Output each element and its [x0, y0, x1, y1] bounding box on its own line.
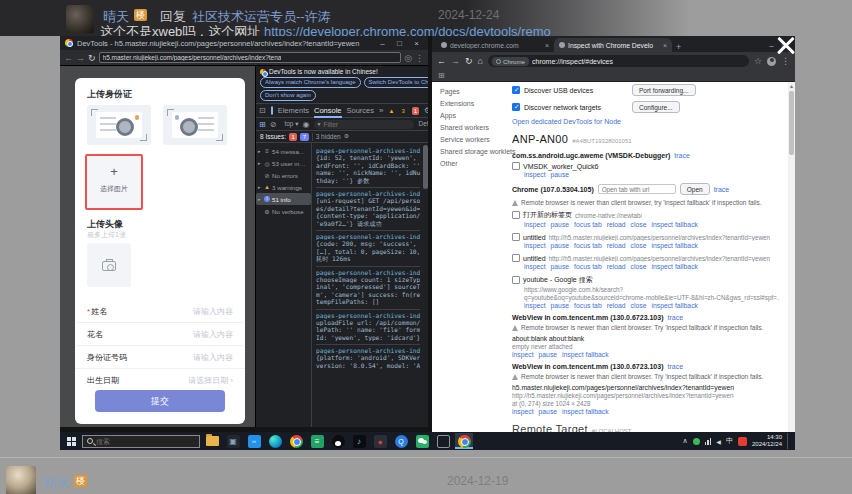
- reload-link[interactable]: reload: [607, 263, 626, 270]
- address-url[interactable]: h5.master.niujiekeji.com/pages/personnel…: [103, 54, 282, 61]
- lightbox-close-button[interactable]: [772, 32, 800, 60]
- pause-link[interactable]: pause: [551, 242, 570, 249]
- log-levels-dropdown[interactable]: Default levels ▾: [418, 120, 428, 128]
- omnibox[interactable]: Chrome chrome://inspect/#devices: [488, 55, 749, 67]
- trace-link[interactable]: trace: [714, 186, 730, 193]
- context-selector[interactable]: top ▾: [284, 120, 298, 128]
- minimize-button[interactable]: –: [376, 39, 389, 48]
- tab-close-icon[interactable]: ×: [545, 42, 549, 49]
- more-icon[interactable]: ⋮: [415, 53, 424, 63]
- pause-link[interactable]: pause: [551, 263, 570, 270]
- submit-button[interactable]: 提交: [95, 390, 225, 412]
- trace-link[interactable]: trace: [667, 314, 683, 321]
- reload-icon[interactable]: ↻: [465, 56, 473, 66]
- configure-button[interactable]: Configure...: [632, 101, 680, 113]
- tray-red-app-icon[interactable]: [738, 437, 747, 446]
- taskbar-file-explorer-icon[interactable]: [203, 433, 221, 449]
- back-icon[interactable]: ←: [437, 56, 446, 66]
- node-devtools-link[interactable]: Open dedicated DevTools for Node: [512, 118, 621, 125]
- tab-elements[interactable]: Elements: [278, 104, 309, 118]
- idcard-front-placeholder[interactable]: [87, 105, 151, 145]
- open-tab-url-input[interactable]: [598, 184, 676, 194]
- inspect-link[interactable]: inspect: [512, 351, 534, 358]
- focus-tab-link[interactable]: focus tab: [574, 221, 602, 228]
- post-body-link[interactable]: https://developer.chrome.com/docs/devtoo…: [264, 24, 551, 36]
- form-field-idnumber[interactable]: 身份证号码 请输入内容: [75, 346, 245, 369]
- reload-link[interactable]: reload: [607, 242, 626, 249]
- pause-link[interactable]: pause: [539, 408, 558, 415]
- start-button[interactable]: [63, 433, 79, 449]
- home-icon[interactable]: ⌂: [478, 56, 483, 66]
- taskbar-task-view-icon[interactable]: [434, 433, 452, 449]
- target-checkbox[interactable]: [512, 276, 520, 284]
- taskbar-qq-icon[interactable]: [329, 433, 347, 449]
- target-checkbox[interactable]: [512, 254, 520, 262]
- avatar[interactable]: [6, 466, 36, 494]
- inspect-link[interactable]: inspect: [524, 221, 546, 228]
- sidebar-item-info[interactable]: ▸ i 51 info: [256, 193, 311, 205]
- inspect-link[interactable]: inspect: [524, 302, 546, 309]
- taskbar-photos-icon[interactable]: ▣: [224, 433, 242, 449]
- taskbar-app-icon[interactable]: ◆: [371, 433, 389, 449]
- nav-shared-workers[interactable]: Shared workers: [440, 122, 510, 134]
- open-button[interactable]: Open: [680, 183, 710, 195]
- page-scrollbar[interactable]: ▲: [788, 82, 795, 432]
- nav-shared-storage[interactable]: Shared storage worklets: [440, 146, 510, 158]
- scroll-up-arrow[interactable]: ▲: [788, 82, 795, 90]
- console-sidebar-toggle-icon[interactable]: ⊞: [259, 120, 266, 129]
- taskbar-chrome-active-icon[interactable]: [455, 433, 473, 449]
- avatar-upload-button[interactable]: [87, 243, 131, 287]
- form-field-birthday[interactable]: 出生日期 请选择日期 ›: [75, 369, 245, 392]
- username[interactable]: 晴天: [44, 474, 70, 492]
- log-source-link[interactable]: pages-personnel-archives-index-from-js:1…: [316, 312, 420, 319]
- scroll-thumb[interactable]: [789, 91, 794, 155]
- bookmark-star-icon[interactable]: ☆: [754, 56, 762, 66]
- focus-tab-link[interactable]: focus tab: [574, 302, 602, 309]
- taskbar-clock[interactable]: 14:30 2024/12/24: [752, 434, 782, 448]
- taskbar-search[interactable]: [82, 435, 200, 448]
- maximize-button[interactable]: □: [393, 39, 406, 48]
- touch-mode-icon[interactable]: ◎: [404, 53, 412, 63]
- show-desktop-button[interactable]: [787, 433, 790, 449]
- inspect-link[interactable]: inspect: [524, 171, 546, 178]
- more-tabs-icon[interactable]: »: [379, 106, 383, 115]
- network-icon[interactable]: [705, 438, 712, 445]
- discover-usb-checkbox[interactable]: [512, 86, 520, 94]
- inspect-fallback-link[interactable]: inspect fallback: [651, 263, 697, 270]
- taskbar-notes-icon[interactable]: ≡: [308, 433, 326, 449]
- tray-expand-icon[interactable]: ∧: [682, 437, 687, 445]
- log-source-link[interactable]: pages-personnel-archives-index-from-js:1…: [316, 147, 420, 154]
- log-source-link[interactable]: pages-personnel-archives-index-from-js:1…: [316, 190, 420, 197]
- forward-icon[interactable]: →: [451, 56, 460, 66]
- close-link[interactable]: close: [631, 263, 647, 270]
- taskbar-wechat-icon[interactable]: [413, 433, 431, 449]
- inspect-link[interactable]: inspect: [512, 408, 534, 415]
- tab-close-icon[interactable]: ×: [663, 42, 667, 49]
- nav-extensions[interactable]: Extensions: [440, 98, 510, 110]
- ime-indicator[interactable]: 中: [726, 436, 733, 446]
- back-icon[interactable]: ←: [64, 53, 73, 63]
- omnibox-url[interactable]: chrome://inspect/#devices: [532, 58, 613, 65]
- sidebar-item-messages[interactable]: ▸ ≡ 54 messa…: [256, 145, 311, 157]
- search-input[interactable]: [96, 438, 195, 445]
- target-checkbox[interactable]: [512, 162, 520, 170]
- forward-icon[interactable]: →: [76, 53, 85, 63]
- console-filter[interactable]: ▼: [314, 120, 415, 129]
- switch-chinese-button[interactable]: Switch DevTools to Chinese: [364, 77, 428, 88]
- taskbar-browser-icon[interactable]: Q: [392, 433, 410, 449]
- tray-green-app-icon[interactable]: [693, 438, 700, 445]
- inspect-element-icon[interactable]: ⊡: [259, 106, 266, 115]
- inspect-link[interactable]: inspect: [524, 242, 546, 249]
- settings-gear-icon[interactable]: ⚙: [424, 106, 428, 115]
- idcard-back-placeholder[interactable]: [163, 105, 227, 145]
- console-scrollbar[interactable]: [423, 145, 428, 189]
- pick-image-button[interactable]: + 选择图片: [85, 154, 143, 210]
- new-tab-button[interactable]: +: [676, 42, 681, 52]
- close-link[interactable]: close: [631, 221, 647, 228]
- close-button[interactable]: ×: [410, 39, 423, 48]
- sidebar-item-verbose[interactable]: ⚙ No verbose: [256, 205, 311, 217]
- discover-network-checkbox[interactable]: [512, 103, 520, 111]
- trace-link[interactable]: trace: [674, 152, 690, 159]
- pause-link[interactable]: pause: [551, 221, 570, 228]
- device-toolbar-icon[interactable]: [271, 106, 273, 115]
